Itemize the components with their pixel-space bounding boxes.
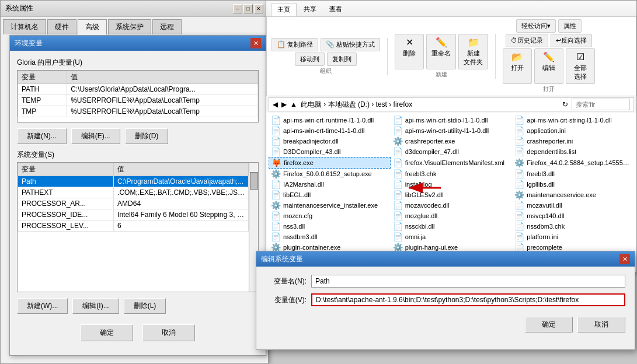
tab-computer-name[interactable]: 计算机名	[3, 19, 46, 34]
file-icon: 📄	[271, 180, 281, 189]
edit-btn[interactable]: ✏️编辑	[534, 48, 563, 84]
sys-var-row-proc-id[interactable]: PROCESSOR_IDE... Intel64 Family 6 Model …	[18, 209, 249, 220]
sys-var-row-proc-ar[interactable]: PROCESSOR_AR... AMD64	[18, 198, 249, 209]
file-item[interactable]: 📄api-ms-win-crt-string-l1-1-0.dll	[512, 115, 634, 125]
copy-to-btn[interactable]: 复制到	[327, 52, 357, 66]
address-text[interactable]: 此电脑 › 本地磁盘 (D:) › test › firefox	[301, 100, 559, 110]
file-item[interactable]: 📄freebl3.chk	[391, 169, 513, 179]
file-item[interactable]: ⚙️maintenanceservice_installer.exe	[269, 200, 391, 211]
file-item[interactable]: 📄nssdbm3.chk	[512, 221, 634, 232]
sys-var-row-path[interactable]: Path C:\ProgramData\Oracle\Java\javapath…	[18, 176, 249, 187]
sys-var-row-pathext[interactable]: PATHEXT .COM;.EXE;.BAT;.CMD;.VBS;.VBE;.J…	[18, 187, 249, 198]
paste-shortcut-btn[interactable]: 📎粘贴快捷方式	[321, 38, 380, 51]
sys-var-row-proc-lev[interactable]: PROCESSOR_LEV... 6	[18, 220, 249, 232]
env-cancel-btn[interactable]: 取消	[142, 324, 195, 341]
file-icon: 📄	[514, 126, 524, 135]
file-item[interactable]: 📄d3dcompiler_47.dll	[391, 146, 513, 157]
file-item[interactable]: 📄mozglue.dll	[391, 211, 513, 221]
sys-edit-btn[interactable]: 编辑(I)...	[72, 298, 119, 314]
file-item[interactable]: 📄lgpllibs.dll	[512, 179, 634, 190]
tab-system-protect[interactable]: 系统保护	[108, 19, 151, 34]
delete-btn[interactable]: ✕删除	[395, 34, 424, 69]
file-item[interactable]: 📄application.ini	[512, 125, 634, 136]
file-name: libEGL.dll	[283, 191, 311, 198]
edit-ok-btn[interactable]: 确定	[525, 317, 573, 332]
close-btn[interactable]: ✕	[254, 4, 263, 13]
invert-btn[interactable]: ↩反向选择	[551, 34, 592, 47]
file-item[interactable]: 📄omni.ja	[391, 232, 513, 242]
env-ok-btn[interactable]: 确定	[81, 324, 133, 341]
nav-forward-icon[interactable]: ▶	[281, 100, 287, 108]
var-name-input[interactable]	[311, 275, 625, 288]
file-item[interactable]: 📄libGLESv2.dll	[391, 190, 513, 200]
file-item[interactable]: ⚙️Firefox_50.0.0.6152_setup.exe	[269, 169, 391, 179]
copy-path-btn[interactable]: 📋复制路径	[271, 38, 318, 51]
file-item[interactable]: 📄install.log	[391, 179, 513, 190]
edit-dialog-titlebar: 编辑系统变量 ✕	[256, 251, 635, 267]
sys-var-buttons: 新建(W)... 编辑(I)... 删除(L)	[17, 298, 259, 314]
properties-btn[interactable]: 属性	[558, 19, 582, 33]
sys-delete-btn[interactable]: 删除(L)	[124, 298, 166, 314]
open-main-btn[interactable]: 📂打开	[503, 48, 532, 84]
nav-back-icon[interactable]: ◀	[273, 100, 278, 108]
edit-close-btn[interactable]: ✕	[619, 254, 630, 264]
file-item[interactable]: 📄D3DCompiler_43.dll	[269, 146, 391, 157]
user-var-row[interactable]: TEMP %USERPROFILE%\AppData\Local\Temp	[18, 95, 258, 106]
file-item[interactable]: ⚙️Firefox_44.0.2.5884_setup.1455503094.e…	[512, 157, 634, 169]
sys-new-btn[interactable]: 新建(W)...	[17, 298, 68, 314]
tab-hardware[interactable]: 硬件	[47, 19, 76, 34]
search-input[interactable]	[572, 99, 630, 110]
file-item[interactable]: 📄libEGL.dll	[269, 190, 391, 200]
minimize-btn[interactable]: ─	[233, 4, 242, 13]
user-edit-btn[interactable]: 编辑(E)...	[71, 128, 120, 144]
tab-remote[interactable]: 远程	[152, 19, 182, 34]
file-item[interactable]: 📄api-ms-win-crt-stdio-l1-1-0.dll	[391, 115, 513, 125]
file-item[interactable]: 📄nssdbm3.dll	[269, 232, 391, 242]
refresh-icon[interactable]: ↻	[562, 100, 568, 108]
file-item[interactable]: ⚙️crashreporter.exe	[391, 136, 513, 146]
nav-up-icon[interactable]: ▲	[290, 100, 297, 108]
file-item[interactable]: 📄crashreporter.ini	[512, 136, 634, 146]
sys-props-title: 系统属性	[5, 4, 33, 13]
var-value-input[interactable]	[311, 293, 625, 306]
tab-advanced[interactable]: 高级	[78, 19, 107, 35]
ribbon-tab-home[interactable]: 主页	[271, 3, 297, 16]
user-delete-btn[interactable]: 删除(D)	[125, 128, 169, 144]
ribbon-tabs: 主页 共享 查看	[271, 3, 632, 16]
file-icon: 📄	[514, 211, 524, 220]
file-icon: 📄	[393, 116, 403, 125]
file-item[interactable]: 📄dependentlibs.list	[512, 146, 634, 157]
maximize-btn[interactable]: □	[243, 4, 253, 13]
file-item[interactable]: 🦊firefox.exe	[269, 157, 391, 169]
file-item[interactable]: 📄platform.ini	[512, 232, 634, 242]
easy-access-btn[interactable]: 轻松访问▾	[516, 19, 556, 33]
history-btn[interactable]: ⏱历史记录	[506, 34, 548, 47]
file-item[interactable]: 📄api-ms-win-crt-runtime-l1-1-0.dll	[269, 115, 391, 125]
file-item[interactable]: 📄mozavcodec.dll	[391, 200, 513, 211]
edit-cancel-btn[interactable]: 取消	[577, 317, 625, 332]
new-btn[interactable]: 📁新建文件夹	[458, 34, 488, 69]
ribbon-tab-view[interactable]: 查看	[323, 3, 348, 16]
file-item[interactable]: 📄mozavutil.dll	[512, 200, 634, 211]
move-to-btn[interactable]: 移动到	[295, 52, 325, 66]
file-item[interactable]: 📄firefox.VisualElementsManifest.xml	[391, 157, 513, 169]
ribbon-tab-share[interactable]: 共享	[298, 3, 322, 16]
file-item[interactable]: 📄msvcp140.dll	[512, 211, 634, 221]
user-new-btn[interactable]: 新建(N)...	[17, 128, 67, 144]
env-close-btn[interactable]: ✕	[250, 38, 261, 48]
rename-btn[interactable]: ✏️重命名	[426, 34, 456, 69]
file-item[interactable]: ⚙️maintenanceservice.exe	[512, 190, 634, 200]
file-item[interactable]: 📄api-ms-win-crt-time-l1-1-0.dll	[269, 125, 391, 136]
file-item[interactable]: 📄api-ms-win-crt-utility-l1-1-0.dll	[391, 125, 513, 136]
file-item[interactable]: 📄breakpadinjector.dll	[269, 136, 391, 146]
fullselect-btn[interactable]: ☑全部选择	[566, 48, 595, 84]
file-icon: 📄	[514, 180, 524, 189]
file-item[interactable]: 📄IA2Marshal.dll	[269, 179, 391, 190]
file-item[interactable]: 📄nss3.dll	[269, 221, 391, 232]
user-var-row[interactable]: TMP %USERPROFILE%\AppData\Local\Temp	[18, 106, 258, 117]
user-var-row[interactable]: PATH C:\Users\Gloria\AppData\Local\Progr…	[18, 84, 258, 95]
file-item[interactable]: 📄mozcn.cfg	[269, 211, 391, 221]
file-icon: 📄	[393, 169, 403, 178]
file-item[interactable]: 📄nssckbi.dll	[391, 221, 513, 232]
file-item[interactable]: 📄freebl3.dll	[512, 169, 634, 179]
